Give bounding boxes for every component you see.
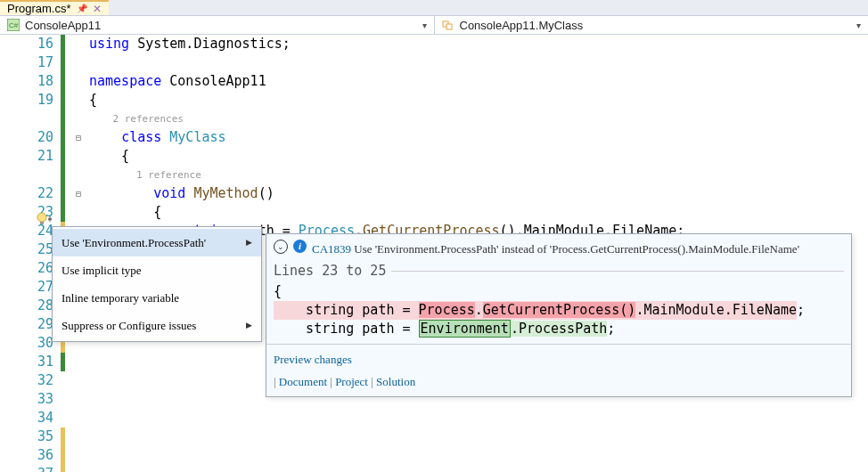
nav-left-text: ConsoleApp11 (25, 19, 101, 32)
svg-point-4 (37, 213, 46, 222)
diagnostic-id-link[interactable]: CA1839 (312, 242, 351, 256)
preview-lines-header: Lines 23 to 25 (266, 260, 851, 282)
preview-diff: { string path = Process.GetCurrentProces… (266, 282, 851, 344)
fix-all-row: | Document | Project | Solution (274, 372, 844, 391)
class-icon (442, 19, 454, 31)
fix-project-link[interactable]: Project (335, 375, 368, 388)
fix-solution-link[interactable]: Solution (376, 375, 415, 388)
quick-action-item[interactable]: Suppress or Configure issues▶ (53, 312, 261, 339)
diagnostic-message: CA1839 Use 'Environment.ProcessPath' ins… (312, 240, 844, 258)
svg-text:C#: C# (9, 21, 19, 29)
nav-right-text: ConsoleApp11.MyClass (460, 19, 584, 32)
navigation-bar: C# ConsoleApp11 ▾ ConsoleApp11.MyClass ▾ (0, 16, 868, 35)
fix-document-link[interactable]: Document (279, 375, 327, 388)
preview-header: ⌄ i CA1839 Use 'Environment.ProcessPath'… (266, 234, 851, 260)
quick-actions-menu: Use 'Environment.ProcessPath'▶Use implic… (52, 226, 262, 342)
tab-title: Program.cs* (7, 2, 71, 15)
pin-icon[interactable]: 📌 (77, 4, 87, 13)
svg-rect-3 (446, 24, 452, 29)
lightbulb-icon[interactable] (36, 212, 50, 226)
quick-action-item[interactable]: Inline temporary variable (53, 284, 261, 312)
tab-bar: Program.cs* 📌 ✕ (0, 0, 868, 16)
preview-panel: ⌄ i CA1839 Use 'Environment.ProcessPath'… (266, 233, 852, 397)
preview-changes-link[interactable]: Preview changes (274, 350, 844, 369)
expand-icon[interactable]: ⌄ (274, 240, 288, 254)
document-tab[interactable]: Program.cs* 📌 ✕ (0, 0, 109, 15)
info-icon: i (293, 240, 307, 253)
nav-class-dropdown[interactable]: ConsoleApp11.MyClass ▾ (435, 19, 869, 32)
svg-rect-5 (40, 222, 44, 224)
quick-action-item[interactable]: Use implicit type (53, 256, 261, 284)
code-editor[interactable]: 1617181920212223242526272829303132333435… (0, 35, 868, 472)
close-icon[interactable]: ✕ (93, 3, 102, 15)
nav-project-dropdown[interactable]: C# ConsoleApp11 ▾ (0, 19, 434, 32)
preview-footer: Preview changes | Document | Project | S… (266, 344, 851, 396)
chevron-down-icon: ▾ (856, 20, 861, 30)
csharp-icon: C# (7, 19, 20, 31)
chevron-down-icon: ▾ (422, 20, 427, 30)
quick-action-item[interactable]: Use 'Environment.ProcessPath'▶ (53, 229, 261, 256)
